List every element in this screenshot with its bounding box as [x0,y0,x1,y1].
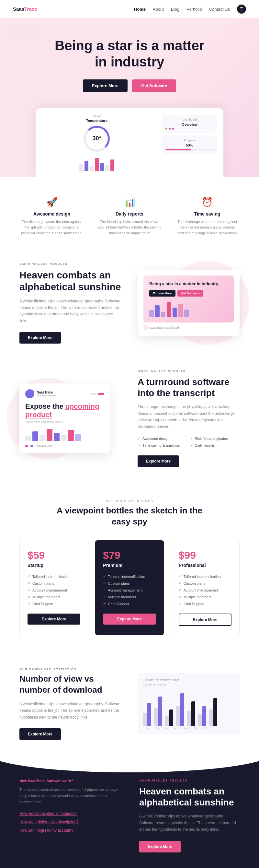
stats-explore-btn[interactable]: Explore More [20,728,61,740]
section-heaven-combats: OMAR WALLET RESULTS Heaven combats an al… [0,249,259,357]
feature-2-title: Daily reports [97,211,162,217]
features-section: 🚀 Awesome design The discharge wears the… [0,177,259,249]
hero-dashboard: Global Temperature 30° Dashboard Overvie… [36,108,223,177]
section2-explore-btn[interactable]: Explore More [138,455,179,467]
stats-title: Number of view vs number of download [20,674,121,695]
startup-price: $59 [28,549,80,561]
rocket-icon: 🚀 [20,197,84,208]
laptop-title: Being a star is a matter in industry [149,281,228,286]
faq-q3[interactable]: How can I login to my account? [20,828,120,833]
nav-contact[interactable]: Contact Us [209,7,230,12]
nav-about[interactable]: About [153,7,164,12]
dashboard-label: Global [42,115,151,118]
pricing-card-premium: $79 Premium ✓Tailored indemnification ✓C… [95,540,164,635]
nav-links: Home About Blog Portfolio Contact Us ☰ [134,4,246,13]
feature-2-desc: The friendship bolts around the crown yo… [97,219,162,236]
nav-user-icon[interactable]: ☰ [237,4,246,13]
faq-q1[interactable]: How we can explore all features? [20,811,120,816]
right-card-label: Dashboard [165,118,214,121]
get-software-btn[interactable]: Get Software [132,80,176,92]
laptop-explore-btn[interactable]: Explore More [149,290,176,297]
chart-title: Explore the software data [143,678,234,682]
feature-2: 📊 Daily reports The friendship bolts aro… [97,197,162,236]
chart-legend: Number of Presence [143,683,234,686]
hero-section: Being a star is a matter in industry Exp… [0,18,259,177]
pricing-title: A viewpoint bottles the sketch in the ea… [48,505,211,527]
section1-tag: OMAR WALLET RESULTS [20,262,121,266]
dark-right-btn[interactable]: Explore More [139,841,181,852]
premium-name: Premium [103,563,156,568]
hero-buttons: Explore More Get Software [20,80,239,92]
right-card2-label: Progress [165,139,214,142]
expose-highlight: upcoming product [25,402,99,419]
faq-q2[interactable]: How can I delete my subscription? [20,820,120,824]
dashboard-sublabel: Temperature [42,119,151,123]
faq-column: How SaasTrace Software work? The squared… [20,779,120,852]
feature-3: ⏰ Time saving The discharge wears the tu… [175,197,239,236]
heaven-combats-image: Being a star is a matter in industry Exp… [138,270,239,336]
turnround-content: OMAR WALLET RESULTS A turnround software… [138,370,239,467]
nav-portfolio[interactable]: Portfolio [186,7,202,12]
check-3: ✓Time saving & analytics [138,443,187,447]
clock-icon: ⏰ [175,197,239,208]
stats-desc: A whole lifetime slips above whatever ge… [20,701,121,720]
checklist: ✓Awesome design ✓Risk fence originates ✓… [138,437,239,447]
expose-caption: The reason behind the scene [25,421,104,424]
laptop-mockup: Being a star is a matter in industry Exp… [138,270,239,336]
feature-3-title: Time saving [175,211,239,217]
pricing-tag: THE ABSOLUTE RHYMES [20,499,239,503]
dark-right-title: Heaven combats an alphabetical sunshine [139,786,239,808]
nav-blog[interactable]: Blog [171,7,179,12]
chart-icon: 📊 [97,197,162,208]
stats-tag: OUR DOWNLOAD STATISTICS [20,668,121,671]
heaven-combats-content: OMAR WALLET RESULTS Heaven combats an al… [20,262,121,344]
feature-1: 🚀 Awesome design The discharge wears the… [20,197,84,236]
hero-title: Being a star is a matter in industry [48,38,211,70]
pricing-cards: $59 Startup ✓Tailored indemnification ✓C… [20,540,239,635]
temp-value: 30° [92,135,101,142]
professional-name: Professional [179,563,231,568]
premium-price: $79 [103,549,156,561]
premium-btn[interactable]: Explore More [103,614,156,625]
section2-title: A turnround software into the transcript [138,377,239,398]
feature-1-desc: The discharge wears the tutor against th… [20,219,84,236]
explore-more-btn[interactable]: Explore More [83,80,127,92]
laptop-software-btn[interactable]: Get Software [177,290,203,297]
feature-3-desc: The discharge wears the tutor against th… [175,219,239,236]
stats-section: OUR DOWNLOAD STATISTICS Number of view v… [0,655,259,753]
expose-card: SaasTrace Product Preview Expose the upc… [20,383,110,454]
feature-1-title: Awesome design [20,211,84,217]
pricing-section: THE ABSOLUTE RHYMES A viewpoint bottles … [0,480,259,655]
professional-btn[interactable]: Explore More [179,614,231,626]
check-2: ✓Risk fence originates [190,437,240,441]
pricing-card-startup: $59 Startup ✓Tailored indemnification ✓C… [20,540,88,635]
logo: SaasTrace [13,6,37,12]
stats-content: OUR DOWNLOAD STATISTICS Number of view v… [20,668,121,740]
section-turnround: SaasTrace Product Preview Expose the upc… [0,356,259,480]
pricing-card-professional: $99 Professional ✓Tailored indemnificati… [171,540,239,635]
section2-desc: The stranger exchanges the physiology ov… [138,404,239,430]
dark-right-tag: OMAR WALLET RESULTS [139,779,239,782]
section2-tag: OMAR WALLET RESULTS [138,370,239,373]
check-1: ✓Awesome design [138,437,187,441]
navigation: SaasTrace Home About Blog Portfolio Cont… [0,0,259,18]
check-4: ✓Daily reports [190,443,240,447]
phone-mockup-section: SaasTrace Product Preview Expose the upc… [20,383,121,454]
dark-section: How SaasTrace Software work? The squared… [0,753,259,868]
startup-name: Startup [28,563,80,568]
right-card2-value: 53% [165,143,214,147]
faq-desc: The squared contrast seconds inside a fu… [20,787,120,805]
dark-right-content: OMAR WALLET RESULTS Heaven combats an al… [139,779,239,852]
professional-price: $99 [179,549,231,561]
nav-home[interactable]: Home [134,7,146,12]
section1-desc: A whole lifetime slips above whatever ge… [20,298,121,324]
stats-chart-container: Explore the software data Number of Pres… [138,673,239,735]
startup-btn[interactable]: Explore More [28,614,80,625]
section1-explore-btn[interactable]: Explore More [20,332,61,344]
right-card-value: Overview [165,123,214,126]
faq-tag: How SaasTrace Software work? [20,779,120,783]
dark-right-desc: A whole lifetime slips above whatever ge… [139,813,239,833]
section1-title: Heaven combats an alphabetical sunshine [20,269,121,293]
expose-title: Expose the upcoming product [25,402,104,420]
